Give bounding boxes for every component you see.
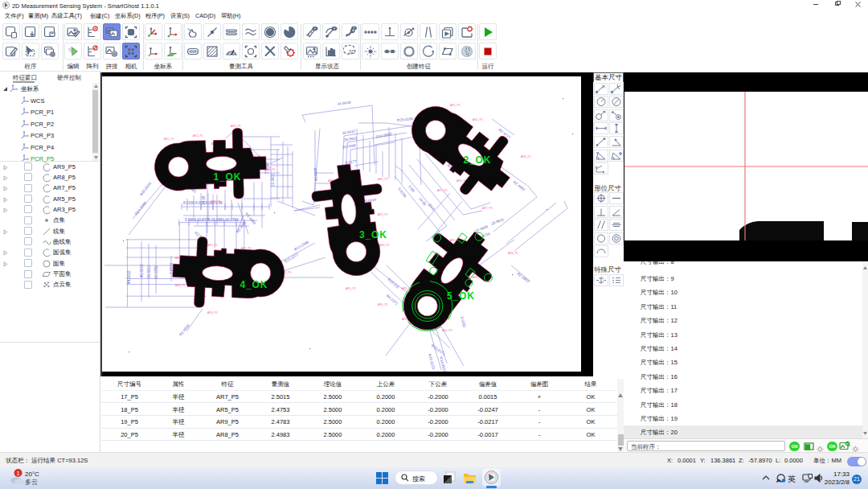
svg-text:AR7_P5: AR7_P5 bbox=[482, 207, 493, 210]
svg-text:AR1_P5: AR1_P5 bbox=[450, 104, 461, 107]
svg-text:AR3_P5: AR3_P5 bbox=[207, 311, 218, 314]
svg-text:8.0382: 8.0382 bbox=[460, 316, 467, 328]
svg-text:R2.4929: R2.4929 bbox=[178, 323, 190, 337]
svg-text:19.9601: 19.9601 bbox=[271, 173, 275, 187]
svg-text:AR8_P5: AR8_P5 bbox=[175, 284, 186, 287]
svg-text:AR6_P5: AR6_P5 bbox=[265, 168, 276, 171]
svg-text:AR2_P5: AR2_P5 bbox=[378, 213, 388, 216]
svg-text:R2.4983: R2.4983 bbox=[512, 180, 526, 192]
svg-text:AR9_P5: AR9_P5 bbox=[211, 200, 221, 203]
svg-text:AR4_P5: AR4_P5 bbox=[521, 155, 531, 158]
svg-text:2_OK: 2_OK bbox=[464, 154, 491, 166]
svg-text:8.0196: 8.0196 bbox=[397, 187, 407, 199]
svg-text:29.9631: 29.9631 bbox=[491, 217, 506, 226]
svg-text:44.9649: 44.9649 bbox=[313, 167, 318, 181]
svg-text:R14.9889: R14.9889 bbox=[375, 132, 392, 139]
svg-text:Φ15.0195: Φ15.0195 bbox=[139, 181, 153, 196]
svg-text:5_OK: 5_OK bbox=[447, 290, 474, 302]
svg-text:AR2_P5: AR2_P5 bbox=[473, 118, 483, 121]
svg-text:20.0398: 20.0398 bbox=[342, 143, 356, 149]
svg-text:1_OK: 1_OK bbox=[214, 171, 241, 183]
svg-text:AR6_P5: AR6_P5 bbox=[378, 303, 388, 306]
svg-text:44.9922: 44.9922 bbox=[127, 270, 131, 284]
svg-text:AR1_P5: AR1_P5 bbox=[442, 329, 452, 332]
svg-text:40.0072: 40.0072 bbox=[140, 264, 144, 277]
svg-text:R2.4982: R2.4982 bbox=[235, 220, 248, 234]
svg-text:AR9_P5: AR9_P5 bbox=[378, 178, 388, 181]
svg-text:R15.011: R15.011 bbox=[387, 277, 400, 290]
svg-text:AR1_P5: AR1_P5 bbox=[164, 138, 174, 141]
svg-text:AR5_P5: AR5_P5 bbox=[346, 287, 356, 290]
svg-text:R14.9986: R14.9986 bbox=[134, 200, 147, 216]
svg-text:Φ15.0223: Φ15.0223 bbox=[428, 353, 436, 370]
svg-text:AR8_P5: AR8_P5 bbox=[508, 252, 518, 255]
svg-text:AR4_P5: AR4_P5 bbox=[231, 125, 241, 128]
svg-text:14.98: 14.98 bbox=[202, 195, 206, 205]
svg-text:5.9655 10.8776 15.0981 20.0783: 5.9655 10.8776 15.0981 20.0783 bbox=[185, 218, 239, 222]
svg-text:3D: 3D bbox=[348, 49, 355, 55]
svg-text:AR9_P5: AR9_P5 bbox=[207, 244, 218, 247]
svg-text:4_OK: 4_OK bbox=[240, 279, 268, 290]
svg-text:Φ15.0190: Φ15.0190 bbox=[397, 117, 414, 122]
svg-text:R15.0377: R15.0377 bbox=[284, 252, 300, 264]
svg-text:AR2_P5: AR2_P5 bbox=[193, 134, 203, 138]
svg-text:44.9648: 44.9648 bbox=[337, 101, 351, 106]
svg-text:R14.9918: R14.9918 bbox=[439, 356, 447, 372]
svg-text:Φ15.0399: Φ15.0399 bbox=[293, 240, 309, 252]
svg-text:30.0011: 30.0011 bbox=[147, 265, 151, 278]
svg-text:1: 1 bbox=[16, 470, 19, 477]
svg-text:3_OK: 3_OK bbox=[359, 229, 387, 240]
svg-text:20.0352: 20.0352 bbox=[154, 265, 158, 279]
svg-text:14.98: 14.98 bbox=[418, 197, 427, 207]
svg-text:AR4_P5: AR4_P5 bbox=[379, 244, 390, 247]
svg-text:8.0177: 8.0177 bbox=[345, 159, 357, 165]
svg-text:R2.4963: R2.4963 bbox=[516, 272, 530, 284]
svg-text:AR7_P5: AR7_P5 bbox=[437, 189, 448, 192]
